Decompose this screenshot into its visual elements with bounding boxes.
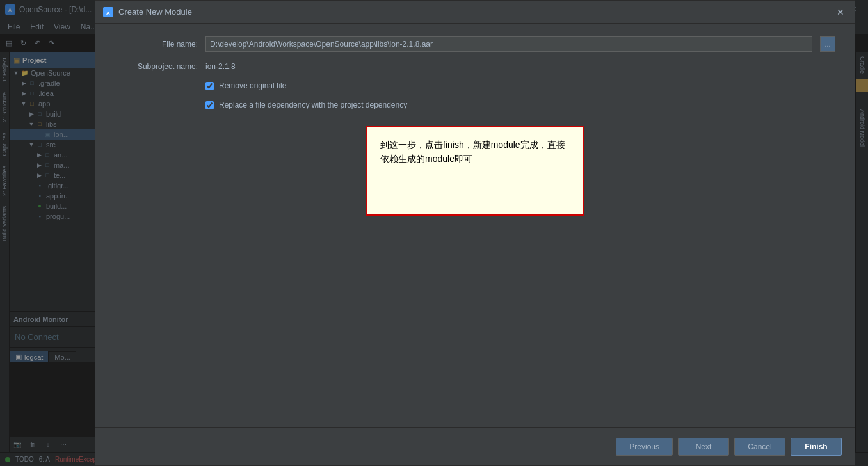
replace-dependency-checkbox[interactable] — [205, 101, 214, 109]
next-button[interactable]: Next — [678, 438, 729, 456]
checkbox-remove-row: Remove original file — [115, 81, 835, 90]
subproject-name-row: Subproject name: ion-2.1.8 — [115, 62, 835, 71]
remove-original-checkbox[interactable] — [205, 82, 214, 90]
cancel-button[interactable]: Cancel — [734, 438, 785, 456]
note-box: 到这一步，点击finish，新建module完成，直接依赖生成的module即可 — [366, 126, 584, 216]
subproject-label: Subproject name: — [115, 62, 198, 71]
dialog-footer: Previous Next Cancel Finish — [95, 427, 855, 465]
file-name-input[interactable] — [205, 36, 812, 52]
checkbox-replace-row: Replace a file dependency with the proje… — [115, 100, 835, 109]
create-new-module-dialog: A Create New Module ✕ File name: ... Sub… — [95, 0, 855, 466]
previous-button[interactable]: Previous — [616, 438, 673, 456]
finish-button[interactable]: Finish — [791, 438, 842, 456]
file-name-label: File name: — [115, 40, 198, 49]
browse-button[interactable]: ... — [820, 36, 835, 52]
modal-overlay: A Create New Module ✕ File name: ... Sub… — [0, 0, 868, 466]
replace-dependency-label: Replace a file dependency with the proje… — [219, 100, 407, 109]
dialog-title: Create New Module — [118, 7, 829, 17]
dialog-close-button[interactable]: ✕ — [834, 6, 847, 19]
dialog-content: File name: ... Subproject name: ion-2.1.… — [95, 24, 855, 427]
note-text: 到这一步，点击finish，新建module完成，直接依赖生成的module即可 — [380, 140, 565, 164]
dialog-title-bar: A Create New Module ✕ — [95, 1, 855, 24]
remove-original-label: Remove original file — [219, 81, 286, 90]
subproject-value: ion-2.1.8 — [205, 62, 835, 71]
dialog-icon: A — [103, 7, 113, 17]
file-name-row: File name: ... — [115, 36, 835, 52]
svg-text:A: A — [106, 10, 110, 16]
